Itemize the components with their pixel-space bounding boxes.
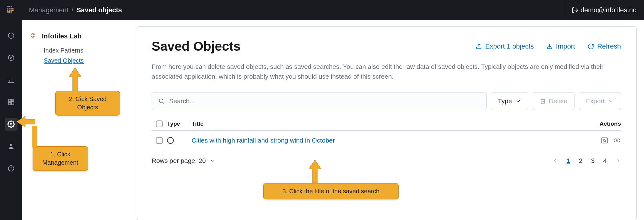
bar-chart-icon [7,76,15,84]
export-objects-label: Export 1 objects [485,42,534,50]
nav-visualize[interactable] [5,73,18,86]
refresh-button[interactable]: Refresh [587,42,621,50]
toolbar: Type Delete Export [152,92,621,110]
svg-rect-11 [8,102,11,105]
sidebar: Infotiles Lab Index Patterns Saved Objec… [22,20,136,220]
svg-point-17 [159,99,163,103]
page-description: From here you can delete saved objects, … [152,62,604,81]
export-icon [475,43,482,50]
svg-line-21 [605,141,606,143]
page-4[interactable]: 4 [603,157,607,164]
export-selected-label: Export [586,97,605,105]
nav-info[interactable] [5,162,18,175]
sidebar-links: Index Patterns Saved Objects [31,47,127,64]
import-icon [546,43,553,50]
svg-point-20 [603,139,606,142]
relationships-icon[interactable] [613,136,621,144]
breadcrumb-current: Saved objects [77,6,122,14]
sidebar-title-row: Infotiles Lab [31,32,127,40]
breadcrumb: Management / Saved objects [22,6,122,14]
gear-icon [7,120,15,128]
row-checkbox[interactable] [156,137,163,144]
type-filter-button[interactable]: Type [491,92,528,110]
svg-point-12 [10,123,12,125]
next-page-icon[interactable] [615,158,621,163]
callout-3-text: 3. Click the title of the saved search [282,188,380,194]
callout-3-arrow [308,160,322,184]
callout-3: 3. Click the title of the saved search [263,183,399,199]
svg-marker-26 [69,68,81,92]
col-header-title[interactable]: Title [189,120,584,127]
header-right: demo@infotiles.no [564,0,644,20]
app-logo[interactable] [0,0,22,20]
svg-marker-27 [309,160,321,184]
chevron-down-icon [608,98,614,104]
user-icon [7,143,15,150]
user-account[interactable]: demo@infotiles.no [564,6,644,14]
sidebar-title: Infotiles Lab [42,32,82,40]
page-2[interactable]: 2 [579,157,582,164]
prev-page-icon[interactable] [552,158,558,163]
nav-dashboard[interactable] [5,96,18,108]
svg-marker-25 [32,126,37,147]
row-title-cell: Cities with high rainfall and strong win… [189,137,584,144]
type-filter-label: Type [498,97,512,105]
export-objects-button[interactable]: Export 1 objects [475,42,534,50]
svg-point-13 [10,144,12,146]
col-header-type[interactable]: Type [167,120,189,127]
breadcrumb-separator: / [71,6,73,14]
refresh-icon [587,43,594,50]
sidebar-logo-icon [31,33,38,40]
nav-management[interactable] [5,118,18,131]
page-1[interactable]: 1 [566,157,570,164]
row-title-link[interactable]: Cities with high rainfall and strong win… [192,137,335,144]
search-input[interactable] [169,97,480,105]
rows-per-page-label: Rows per page: 20 [152,157,206,164]
svg-rect-10 [11,101,14,105]
logo-dots-icon [7,6,15,14]
search-box[interactable] [152,92,487,110]
inspect-icon[interactable] [601,136,609,144]
table-footer: Rows per page: 20 1 2 3 4 [152,157,621,164]
breadcrumb-root[interactable]: Management [29,6,68,14]
objects-table: Type Title Actions Cities with high rain… [152,117,621,150]
select-all-checkbox[interactable] [156,120,163,127]
svg-rect-8 [8,99,11,102]
table-row: Cities with high rainfall and strong win… [152,131,621,150]
trash-icon [540,98,546,104]
nav-discover[interactable] [5,51,18,64]
row-select-cell [152,137,167,144]
delete-button[interactable]: Delete [533,92,575,110]
svg-marker-24 [17,116,35,127]
dashboard-icon [7,98,15,106]
rows-per-page[interactable]: Rows per page: 20 [152,157,215,164]
col-header-actions: Actions [584,120,621,127]
user-email-text: demo@infotiles.no [580,6,637,14]
svg-rect-19 [602,138,608,143]
callout-2-text: 2. Cick Saved Objects [69,96,106,111]
callout-2-arrow [68,68,82,92]
delete-label: Delete [549,97,568,105]
import-label: Import [556,42,575,50]
svg-point-2 [8,55,14,61]
chevron-down-icon [515,98,521,104]
page-3[interactable]: 3 [591,157,595,164]
callout-2: 2. Cick Saved Objects [55,91,120,116]
pagination: 1 2 3 4 [552,157,621,164]
sidebar-link-saved-objects[interactable]: Saved Objects [44,57,127,64]
search-icon [158,98,165,104]
nav-security[interactable] [5,140,18,153]
callout-1-text: 1. Click Management [42,151,78,166]
sidebar-link-index-patterns[interactable]: Index Patterns [44,47,127,54]
import-button[interactable]: Import [546,42,575,50]
svg-line-18 [163,102,164,104]
export-selected-button[interactable]: Export [579,92,621,110]
svg-point-16 [11,167,11,167]
chevron-down-icon [209,158,215,163]
callout-1-connector [27,126,42,147]
table-header: Type Title Actions [152,117,621,131]
svg-marker-3 [10,57,12,59]
nav-recent[interactable] [5,29,18,42]
logout-icon [572,7,578,14]
top-header: Management / Saved objects demo@infotile… [0,0,644,20]
